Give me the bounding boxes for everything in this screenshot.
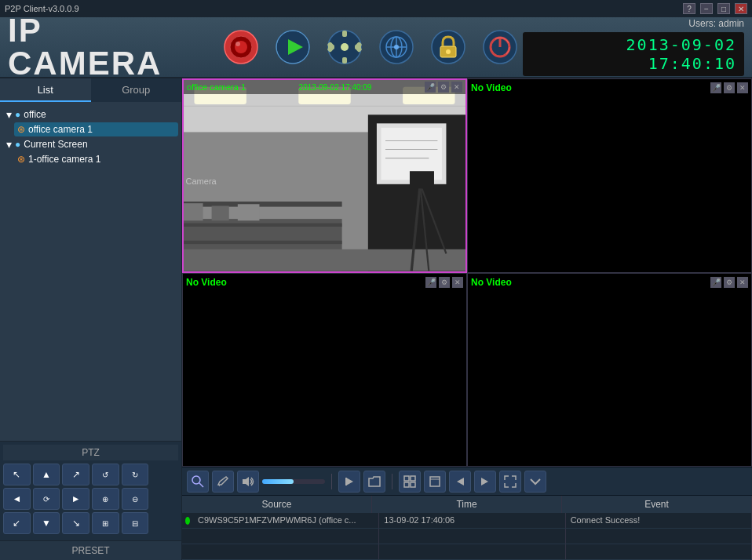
svg-rect-64 (411, 482, 415, 487)
ptz-upright[interactable]: ↗ (62, 464, 89, 485)
svg-rect-40 (184, 241, 342, 244)
ptz-downleft[interactable]: ↙ (3, 512, 31, 534)
no-video-label-4: No Video (471, 277, 512, 288)
ptz-downright[interactable]: ↘ (62, 512, 89, 534)
event-source-1 (193, 529, 379, 544)
ptz-iris-close[interactable]: ⊟ (122, 512, 149, 534)
more-button[interactable] (524, 471, 546, 493)
svg-rect-61 (404, 476, 409, 481)
cam-icon-2a[interactable]: 🎤 (710, 82, 721, 93)
ptz-zoom-out[interactable]: ⊖ (122, 488, 149, 510)
tree-item-current-screen[interactable]: ▾ ● Current Screen (3, 136, 178, 152)
svg-rect-65 (430, 477, 440, 486)
sidebar: List Group ▾ ● office ⊛ office camera 1 … (0, 78, 182, 560)
svg-point-8 (341, 43, 349, 51)
preset-label: PRESET (0, 541, 181, 560)
tab-group[interactable]: Group (91, 78, 182, 102)
cam-icon-close[interactable]: ✕ (451, 82, 462, 93)
ptz-center[interactable]: ⟳ (33, 488, 60, 510)
tree-item-office-camera-1[interactable]: ⊛ office camera 1 (14, 122, 178, 136)
ptz-up[interactable]: ▲ (33, 464, 60, 485)
cam-icon-2c[interactable]: ✕ (737, 82, 748, 93)
ptz-rotate-cw[interactable]: ↻ (122, 464, 149, 485)
camera-cell-1[interactable]: IP Camera office camera 1 2013-09-02 17:… (182, 78, 467, 273)
lock-toolbar-button[interactable] (425, 24, 471, 70)
event-source-0: C9WS9C5P1MFZVMPWMR6J (office c... (193, 513, 379, 528)
volume-slider[interactable] (262, 479, 325, 484)
cam-icon-4c[interactable]: ✕ (737, 277, 748, 288)
cam-icon-3b[interactable]: ⚙ (439, 277, 450, 288)
bottom-toolbar (182, 467, 752, 495)
tree-item-office[interactable]: ▾ ● office (3, 107, 178, 122)
event-indicator-1 (182, 529, 193, 544)
tab-list[interactable]: List (0, 78, 91, 102)
power-toolbar-button[interactable] (477, 24, 523, 70)
expand-button[interactable] (499, 471, 521, 493)
col-event: Event (562, 496, 752, 513)
camera-header-1: office camera 1 2013-09-02 17:40:09 🎤 ⚙ … (184, 80, 465, 94)
event-event-1 (566, 529, 752, 544)
camera-toolbar-button[interactable] (218, 24, 264, 70)
zoom-button[interactable] (187, 471, 209, 493)
svg-rect-9 (342, 31, 347, 37)
users-label: Users: admin (523, 18, 744, 29)
tree-item-1-office-camera-1[interactable]: ⊛ 1-office camera 1 (14, 152, 178, 166)
folder-button[interactable] (363, 471, 385, 493)
event-row-1 (182, 529, 752, 544)
cam-icon-4b[interactable]: ⚙ (724, 277, 735, 288)
svg-rect-62 (411, 476, 415, 481)
ptz-section: PTZ ↖ ▲ ↗ ↺ ↻ ◄ ⟳ ► ⊕ ⊖ ↙ ▼ ↘ ⊞ ⊟ (0, 441, 181, 540)
volume-fill (262, 479, 294, 484)
fullscreen-button[interactable] (424, 471, 446, 493)
event-log-header: Source Time Event (182, 495, 752, 513)
camera-cell-4[interactable]: No Video 🎤 ⚙ ✕ (467, 273, 752, 467)
close-button[interactable]: ✕ (735, 3, 747, 14)
play-toolbar-button[interactable] (270, 24, 316, 70)
separator-2 (392, 474, 392, 489)
ptz-upleft[interactable]: ↖ (3, 464, 31, 485)
cam-icon-3c[interactable]: ✕ (452, 277, 463, 288)
cam-icon-4a[interactable]: 🎤 (710, 277, 721, 288)
help-button[interactable]: ? (683, 3, 695, 14)
volume-button[interactable] (237, 471, 259, 493)
expand-icon-2: ▾ (6, 138, 12, 151)
settings-toolbar-button[interactable] (322, 24, 367, 70)
svg-rect-10 (342, 57, 347, 64)
pen-button[interactable] (212, 471, 234, 493)
back-button[interactable] (449, 471, 471, 493)
no-video-label-3: No Video (186, 277, 227, 288)
camera-timestamp-1: 2013-09-02 17:40:09 (299, 83, 372, 92)
camera-cell-2[interactable]: No Video 🎤 ⚙ ✕ (467, 78, 752, 273)
event-row-2 (182, 544, 752, 560)
ptz-left[interactable]: ◄ (3, 488, 31, 510)
arrow-right-button[interactable] (338, 471, 360, 493)
forward-button[interactable] (474, 471, 496, 493)
folder-icon: ● (15, 109, 20, 120)
svg-rect-43 (238, 204, 260, 220)
header: IP CAMERA (0, 17, 752, 78)
maximize-button[interactable]: □ (717, 3, 730, 14)
cam-icon-mic[interactable]: 🎤 (425, 82, 436, 93)
ptz-rotate-ccw[interactable]: ↺ (92, 464, 119, 485)
cam-icon-2b[interactable]: ⚙ (724, 82, 735, 93)
camera-cell-3[interactable]: No Video 🎤 ⚙ ✕ (182, 273, 467, 467)
minimize-button[interactable]: − (700, 3, 713, 14)
cam-icon-3a[interactable]: 🎤 (425, 277, 436, 288)
svg-marker-68 (481, 478, 488, 485)
cam-icon-settings[interactable]: ⚙ (438, 82, 449, 93)
svg-rect-38 (184, 202, 342, 207)
event-row-0[interactable]: C9WS9C5P1MFZVMPWMR6J (office c... 13-09-… (182, 513, 752, 529)
ptz-iris-open[interactable]: ⊞ (92, 512, 119, 534)
svg-rect-60 (345, 478, 347, 485)
network-toolbar-button[interactable] (374, 24, 419, 70)
ptz-right[interactable]: ► (62, 488, 89, 510)
ptz-zoom-in[interactable]: ⊕ (92, 488, 119, 510)
ptz-label: PTZ (3, 445, 178, 460)
tree-label-1-office-camera-1: 1-office camera 1 (28, 154, 101, 165)
col-time: Time (372, 496, 562, 513)
logo: IP CAMERA (8, 14, 203, 80)
window-controls: ? − □ ✕ (683, 3, 747, 14)
ptz-down[interactable]: ▼ (33, 512, 60, 534)
event-rows: C9WS9C5P1MFZVMPWMR6J (office c... 13-09-… (182, 513, 752, 560)
grid-button[interactable] (399, 471, 421, 493)
